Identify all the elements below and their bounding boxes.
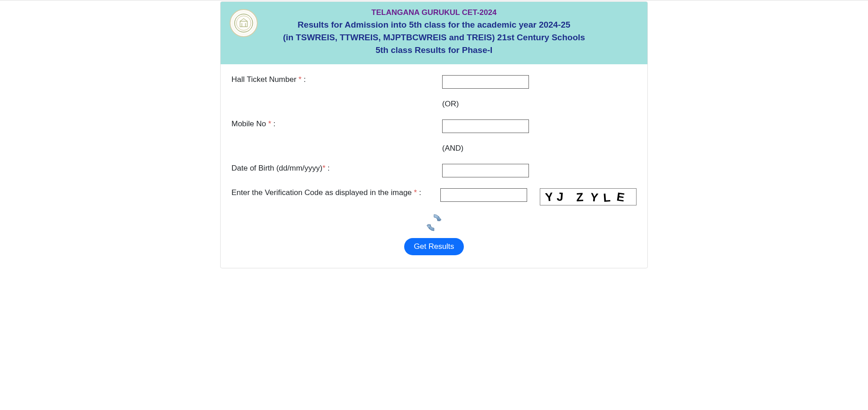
required-mark: * <box>298 75 302 84</box>
state-emblem <box>230 9 258 37</box>
required-mark: * <box>322 164 326 172</box>
banner: TELANGANA GURUKUL CET-2024 Results for A… <box>221 2 647 64</box>
hall-ticket-input[interactable] <box>442 75 529 89</box>
svg-text:L: L <box>603 191 611 205</box>
mobile-label: Mobile No * : <box>231 119 442 129</box>
header-line-2: Results for Admission into 5th class for… <box>229 20 639 30</box>
svg-text:Z: Z <box>576 190 584 204</box>
label-colon: : <box>417 188 421 197</box>
label-colon: : <box>271 119 275 128</box>
hall-ticket-label-text: Hall Ticket Number <box>231 75 298 84</box>
captcha-input[interactable] <box>440 188 527 202</box>
get-results-button[interactable]: Get Results <box>404 238 464 255</box>
mobile-label-text: Mobile No <box>231 119 268 128</box>
svg-rect-2 <box>240 21 247 27</box>
or-separator: (OR) <box>442 100 637 109</box>
captcha-image: Y J Z Y L E <box>540 188 637 205</box>
header-line-3: (in TSWREIS, TTWREIS, MJPTBCWREIS and TR… <box>229 33 639 43</box>
captcha-label: Enter the Verification Code as displayed… <box>231 188 440 197</box>
dob-input[interactable] <box>442 164 529 177</box>
svg-point-1 <box>236 16 251 30</box>
and-separator: (AND) <box>442 144 637 153</box>
captcha-label-text: Enter the Verification Code as displayed… <box>231 188 414 197</box>
header-line-1: TELANGANA GURUKUL CET-2024 <box>229 8 639 17</box>
svg-text:J: J <box>557 190 564 204</box>
required-mark: * <box>268 119 271 128</box>
dob-label-text: Date of Birth (dd/mm/yyyy) <box>231 164 322 172</box>
form-area: Hall Ticket Number * : (OR) Mobile No * … <box>221 64 647 268</box>
mobile-input[interactable] <box>442 119 529 133</box>
svg-text:Y: Y <box>544 190 553 204</box>
dob-label: Date of Birth (dd/mm/yyyy)* : <box>231 164 442 173</box>
label-colon: : <box>326 164 330 172</box>
header-line-4: 5th class Results for Phase-I <box>229 45 639 55</box>
svg-text:Y: Y <box>590 190 599 205</box>
results-card: TELANGANA GURUKUL CET-2024 Results for A… <box>220 1 648 268</box>
hall-ticket-label: Hall Ticket Number * : <box>231 75 442 84</box>
svg-point-0 <box>235 14 253 32</box>
refresh-captcha-icon[interactable] <box>426 212 442 235</box>
label-colon: : <box>302 75 306 84</box>
